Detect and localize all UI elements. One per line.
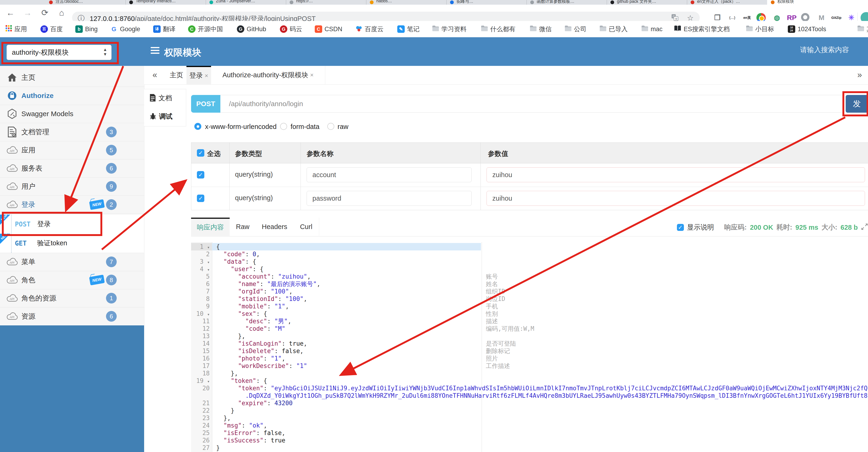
bookmark-item[interactable]: G码云	[280, 25, 302, 33]
sidebar-item-角色[interactable]: API角色NEW8	[0, 271, 144, 289]
sidebar-item-主页[interactable]: 主页	[0, 68, 144, 87]
operation-post-登录[interactable]: NEWPOST登录	[0, 215, 144, 234]
browser-tab[interactable]: Temporary Interacti…	[126, 0, 206, 5]
bookmark-item[interactable]: 应用	[6, 25, 27, 33]
tab-response-content[interactable]: 响应内容	[191, 218, 230, 236]
send-button[interactable]: 发	[846, 95, 868, 113]
bookmark-item[interactable]: 其	[857, 25, 868, 33]
tab-login[interactable]: 登录×	[186, 66, 211, 84]
radio-label[interactable]: raw	[338, 123, 348, 131]
row-checkbox[interactable]: ✓	[197, 195, 204, 202]
document-icon	[149, 94, 156, 103]
json-code: "code": 0,	[212, 250, 260, 258]
collapse-tabs-icon[interactable]: «	[153, 70, 157, 80]
browser-tab[interactable]: Zuha - Jumpserver…	[206, 0, 286, 5]
translate-icon[interactable]: G文	[671, 14, 678, 22]
bookmark-item[interactable]: 译翻译	[153, 25, 176, 33]
tab-authorize[interactable]: Authorize-authority-权限模块×	[211, 66, 325, 84]
bookmark-item[interactable]: C开源中国	[188, 25, 223, 33]
json-line: 19 ▾ "token": {	[191, 377, 868, 385]
browser-tab-label: en文件迁入（pack）…	[697, 0, 740, 4]
param-name-input[interactable]	[307, 167, 472, 182]
close-tab-icon[interactable]: ×	[310, 72, 314, 79]
browser-tab[interactable]: 注言/360doc…	[45, 0, 126, 5]
bookmark-item[interactable]: 已导入	[599, 25, 628, 33]
show-description-checkbox[interactable]: ✓	[677, 224, 684, 231]
method-label: POST	[15, 220, 37, 228]
browser-tab[interactable]: https://…	[286, 0, 366, 5]
bookmark-item[interactable]: CCSDN	[315, 25, 342, 33]
expand-tabs-icon[interactable]: »	[857, 70, 862, 80]
operation-get-验证token[interactable]: NEWGET验证token	[0, 234, 144, 253]
fullscreen-icon[interactable]	[861, 223, 868, 232]
browser-tab[interactable]: en文件迁入（pack）…	[687, 0, 767, 5]
row-checkbox[interactable]: ✓	[197, 171, 204, 178]
method-label: GET	[15, 239, 37, 247]
json-line: 23 },	[191, 414, 868, 422]
bookmark-item[interactable]: 什么都有	[481, 25, 515, 33]
menu-toggle-icon[interactable]	[151, 47, 159, 55]
radio-form-data[interactable]	[280, 123, 287, 130]
sidebar-item-服务表[interactable]: API服务表6	[0, 159, 144, 177]
module-select[interactable]: authority-权限模块 ▲▼	[6, 45, 112, 60]
tab-curl[interactable]: Curl	[293, 218, 319, 236]
browser-tab[interactable]: habbs…	[366, 0, 446, 5]
forward-button-icon[interactable]: →	[21, 6, 34, 19]
browser-tab[interactable]: 权限模块	[767, 0, 868, 5]
bookmark-item[interactable]: 百度云	[355, 25, 383, 33]
nav-debug[interactable]: 调试	[144, 107, 186, 126]
tab-favicon-icon	[210, 0, 213, 4]
sidebar-item-Swagger Models[interactable]: Swagger Models	[0, 105, 144, 123]
home-button-icon[interactable]: ⌂	[55, 6, 68, 19]
bookmark-item[interactable]: 10241024Tools	[788, 25, 826, 33]
line-number: 7	[191, 288, 212, 295]
sidebar-item-用户[interactable]: API用户9	[0, 177, 144, 196]
ring-extension-icon[interactable]	[801, 13, 809, 21]
radio-raw[interactable]	[327, 123, 334, 130]
tab-raw[interactable]: Raw	[230, 218, 256, 236]
tab-headers[interactable]: Headers	[256, 218, 293, 236]
sidebar-item-资源[interactable]: API资源6	[0, 307, 144, 326]
bookmark-label: Bing	[85, 26, 98, 33]
tab-favicon-icon	[691, 0, 694, 4]
select-all-checkbox[interactable]: ✓	[197, 149, 204, 157]
close-tab-icon[interactable]: ×	[205, 72, 208, 79]
bookmark-item[interactable]: ES搜索引擎文档	[674, 25, 730, 33]
browser-tab[interactable]: github pack 文件夹…	[607, 0, 687, 5]
sidebar-item-Authorize[interactable]: Authorize	[0, 87, 144, 105]
bookmark-item[interactable]: ✎笔记	[397, 25, 420, 33]
param-name-input[interactable]	[307, 191, 472, 206]
param-value-input[interactable]	[487, 167, 865, 182]
bookmark-item[interactable]: GGitHub	[237, 25, 266, 33]
bookmark-item[interactable]: 学习资料	[432, 25, 467, 33]
svg-text:API: API	[9, 279, 14, 283]
param-value-input[interactable]	[487, 191, 865, 206]
bookmark-item[interactable]: bBing	[75, 25, 98, 33]
bookmark-item[interactable]: 小目标	[746, 25, 774, 33]
sidebar-item-登录[interactable]: API登录NEW2	[0, 196, 144, 214]
radio-label[interactable]: x-www-form-urlencoded	[205, 123, 277, 131]
search-input[interactable]	[800, 46, 863, 54]
sidebar-item-角色的资源[interactable]: API角色的资源1	[0, 289, 144, 308]
sidebar-item-label: 角色的资源	[21, 293, 56, 303]
browser-tab[interactable]: 函数计算参数模板…	[527, 0, 607, 5]
bookmark-item[interactable]: GGoogle	[110, 25, 140, 33]
bookmark-item[interactable]: 百百度	[40, 25, 63, 33]
tab-home[interactable]: 主页	[166, 66, 186, 84]
sidebar-item-菜单[interactable]: API菜单7	[0, 253, 144, 271]
radio-x-www-form-urlencoded[interactable]	[194, 123, 201, 130]
browser-tab[interactable]: 驼峰与…	[446, 0, 527, 5]
nav-doc[interactable]: 文档	[144, 89, 186, 108]
bookmark-item[interactable]: mac	[641, 25, 662, 33]
bookmark-item[interactable]: 微信	[530, 25, 552, 33]
sidebar-item-文档管理[interactable]: 文档管理3	[0, 123, 144, 141]
reload-button-icon[interactable]: ⟳	[39, 6, 51, 19]
back-button-icon[interactable]: ←	[4, 6, 17, 19]
radio-label[interactable]: form-data	[290, 123, 319, 131]
bookmark-label: 公司	[574, 25, 587, 33]
new-badge: NEW	[89, 199, 104, 210]
bookmark-item[interactable]: 公司	[565, 25, 587, 33]
sidebar-item-label: 用户	[21, 182, 35, 191]
response-meta: ✓ 显示说明 响应码:200 OK 耗时:925 ms 大小:628 b	[677, 223, 868, 232]
sidebar-item-应用[interactable]: API应用5	[0, 141, 144, 160]
